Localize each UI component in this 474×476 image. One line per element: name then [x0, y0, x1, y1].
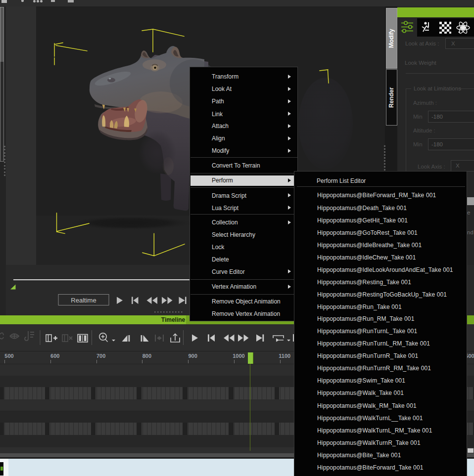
svg-text:Realtime: Realtime — [71, 297, 96, 304]
